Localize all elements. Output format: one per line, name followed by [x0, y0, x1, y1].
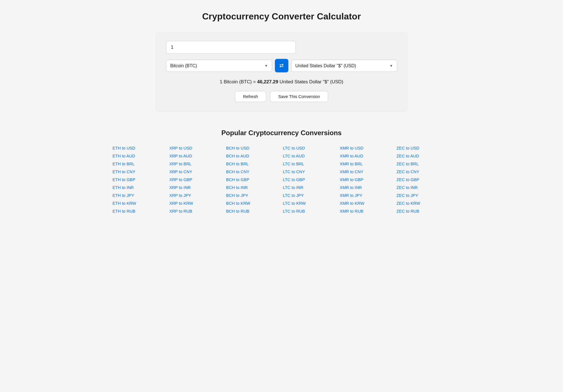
list-item[interactable]: BCH to CNY — [226, 169, 280, 175]
swap-button[interactable]: ⇄ — [275, 59, 288, 72]
list-item[interactable]: XRP to JPY — [169, 193, 223, 198]
list-item[interactable]: LTC to KRW — [283, 201, 337, 206]
list-item[interactable]: XRP to AUD — [169, 153, 223, 159]
selectors-row: Bitcoin (BTC)Ethereum (ETH)Ripple (XRP)B… — [166, 59, 397, 72]
list-item[interactable]: ZEC to GBP — [397, 177, 451, 182]
list-item[interactable]: BCH to KRW — [226, 201, 280, 206]
list-item[interactable]: XMR to USD — [340, 145, 394, 151]
list-item[interactable]: XRP to BRL — [169, 161, 223, 167]
list-item[interactable]: ETH to INR — [113, 185, 167, 190]
popular-title: Popular Cryptocurrency Conversions — [113, 129, 451, 137]
list-item[interactable]: ETH to BRL — [113, 161, 167, 167]
list-item[interactable]: ZEC to INR — [397, 185, 451, 190]
list-item[interactable]: LTC to USD — [283, 145, 337, 151]
buttons-row: Refresh Save This Conversion — [166, 91, 397, 102]
conversion-column-col4: LTC to USDLTC to AUDLTC to BRLLTC to CNY… — [283, 145, 337, 214]
list-item[interactable]: ZEC to KRW — [397, 201, 451, 206]
list-item[interactable]: ETH to KRW — [113, 201, 167, 206]
result-equals: = — [253, 79, 257, 84]
list-item[interactable]: ZEC to USD — [397, 145, 451, 151]
conversion-column-col5: XMR to USDXMR to AUDXMR to BRLXMR to CNY… — [340, 145, 394, 214]
list-item[interactable]: ETH to AUD — [113, 153, 167, 159]
list-item[interactable]: BCH to BRL — [226, 161, 280, 167]
list-item[interactable]: XRP to GBP — [169, 177, 223, 182]
list-item[interactable]: XMR to RUB — [340, 208, 394, 214]
list-item[interactable]: XMR to AUD — [340, 153, 394, 159]
refresh-button[interactable]: Refresh — [235, 91, 266, 102]
list-item[interactable]: ZEC to RUB — [397, 208, 451, 214]
from-currency-select[interactable]: Bitcoin (BTC)Ethereum (ETH)Ripple (XRP)B… — [166, 60, 272, 72]
list-item[interactable]: LTC to JPY — [283, 193, 337, 198]
result-prefix: 1 Bitcoin (BTC) — [220, 79, 252, 84]
list-item[interactable]: ZEC to CNY — [397, 169, 451, 175]
list-item[interactable]: ZEC to BRL — [397, 161, 451, 167]
list-item[interactable]: LTC to CNY — [283, 169, 337, 175]
list-item[interactable]: BCH to INR — [226, 185, 280, 190]
list-item[interactable]: XMR to INR — [340, 185, 394, 190]
to-currency-wrapper: United States Dollar "$" (USD)Australian… — [291, 60, 397, 72]
list-item[interactable]: LTC to GBP — [283, 177, 337, 182]
converter-card: Bitcoin (BTC)Ethereum (ETH)Ripple (XRP)B… — [155, 32, 408, 112]
save-conversion-button[interactable]: Save This Conversion — [270, 91, 328, 102]
list-item[interactable]: XMR to JPY — [340, 193, 394, 198]
from-currency-wrapper: Bitcoin (BTC)Ethereum (ETH)Ripple (XRP)B… — [166, 60, 272, 72]
conversions-grid: ETH to USDETH to AUDETH to BRLETH to CNY… — [113, 145, 451, 214]
list-item[interactable]: ETH to CNY — [113, 169, 167, 175]
list-item[interactable]: LTC to INR — [283, 185, 337, 190]
list-item[interactable]: XRP to RUB — [169, 208, 223, 214]
list-item[interactable]: ETH to USD — [113, 145, 167, 151]
list-item[interactable]: XRP to USD — [169, 145, 223, 151]
list-item[interactable]: XMR to KRW — [340, 201, 394, 206]
list-item[interactable]: LTC to RUB — [283, 208, 337, 214]
popular-section: Popular Cryptocurrency Conversions ETH t… — [113, 129, 451, 214]
result-value: 46,227.29 — [257, 79, 278, 84]
list-item[interactable]: XMR to CNY — [340, 169, 394, 175]
conversion-column-col2: XRP to USDXRP to AUDXRP to BRLXRP to CNY… — [169, 145, 223, 214]
list-item[interactable]: XMR to BRL — [340, 161, 394, 167]
conversion-column-col1: ETH to USDETH to AUDETH to BRLETH to CNY… — [113, 145, 167, 214]
to-currency-select[interactable]: United States Dollar "$" (USD)Australian… — [291, 60, 397, 72]
conversion-column-col6: ZEC to USDZEC to AUDZEC to BRLZEC to CNY… — [397, 145, 451, 214]
swap-icon: ⇄ — [279, 63, 284, 69]
list-item[interactable]: LTC to AUD — [283, 153, 337, 159]
list-item[interactable]: XMR to GBP — [340, 177, 394, 182]
amount-input[interactable] — [166, 41, 296, 54]
result-text: 1 Bitcoin (BTC) = 46,227.29 United State… — [166, 79, 397, 85]
list-item[interactable]: ETH to GBP — [113, 177, 167, 182]
list-item[interactable]: BCH to GBP — [226, 177, 280, 182]
list-item[interactable]: BCH to USD — [226, 145, 280, 151]
result-suffix: United States Dollar "$" (USD) — [279, 79, 343, 84]
conversion-column-col3: BCH to USDBCH to AUDBCH to BRLBCH to CNY… — [226, 145, 280, 214]
page-title: Cryptocurrency Converter Calculator — [6, 11, 557, 22]
list-item[interactable]: BCH to AUD — [226, 153, 280, 159]
list-item[interactable]: LTC to BRL — [283, 161, 337, 167]
list-item[interactable]: ZEC to AUD — [397, 153, 451, 159]
list-item[interactable]: XRP to CNY — [169, 169, 223, 175]
list-item[interactable]: XRP to KRW — [169, 201, 223, 206]
list-item[interactable]: BCH to RUB — [226, 208, 280, 214]
list-item[interactable]: XRP to INR — [169, 185, 223, 190]
list-item[interactable]: ETH to RUB — [113, 208, 167, 214]
list-item[interactable]: ETH to JPY — [113, 193, 167, 198]
list-item[interactable]: BCH to JPY — [226, 193, 280, 198]
list-item[interactable]: ZEC to JPY — [397, 193, 451, 198]
